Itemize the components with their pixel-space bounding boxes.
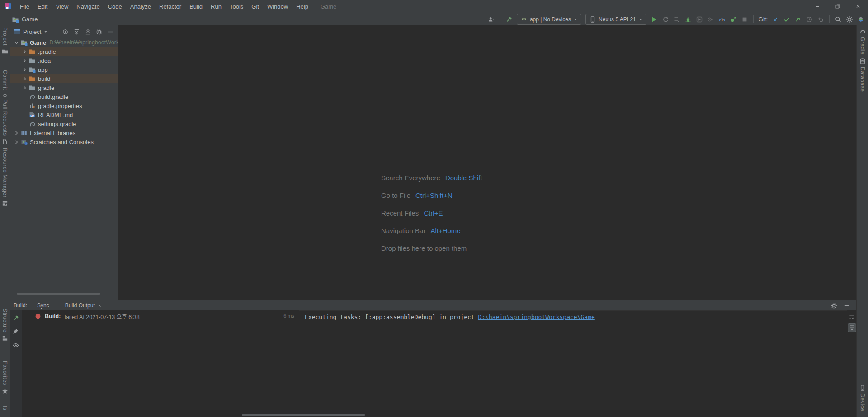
tool-button-structure[interactable]: Structure [2, 309, 9, 342]
tree-row[interactable]: gradle [10, 83, 118, 92]
tree-row[interactable]: .idea [10, 56, 118, 65]
console-path-link[interactable]: D:\haein\springbootWorkspace\Game [478, 314, 595, 320]
scroll-to-end-icon[interactable] [848, 323, 856, 332]
build-panel-label: Build: [14, 302, 27, 309]
tree-chevron-icon[interactable] [13, 39, 20, 46]
profile-app-icon[interactable] [718, 14, 726, 24]
tree-item-label: .idea [38, 57, 51, 64]
tree-chevron-icon[interactable] [13, 130, 20, 136]
tab-build-output[interactable]: Build Output [61, 300, 106, 310]
apply-changes-debug-icon[interactable] [730, 14, 737, 24]
menu-code[interactable]: Code [104, 0, 126, 13]
settings-gear-icon[interactable] [846, 14, 853, 24]
locate-file-icon[interactable] [62, 28, 69, 35]
breadcrumb[interactable]: Game [12, 16, 38, 23]
tool-button-gradle[interactable]: Gradle [859, 28, 866, 55]
git-rollback-icon[interactable] [817, 14, 824, 24]
tool-button-build-variants[interactable]: Build Variants [2, 406, 8, 417]
chevron-down-icon[interactable] [43, 29, 48, 34]
tree-chevron-icon[interactable] [21, 103, 28, 109]
menu-window[interactable]: Window [263, 0, 292, 13]
menu-help[interactable]: Help [292, 0, 312, 13]
tool-button-pull-requests[interactable]: Pull Requests [2, 99, 9, 145]
run-configuration-select[interactable]: app | No Devices [517, 14, 581, 25]
collapse-all-icon[interactable] [85, 28, 91, 35]
project-panel-title[interactable]: Project [23, 28, 41, 35]
git-commit-button[interactable] [783, 14, 790, 24]
tab-sync[interactable]: Sync [33, 300, 61, 310]
tree-row[interactable]: app [10, 65, 118, 74]
menu-build[interactable]: Build [185, 0, 207, 13]
tree-row[interactable]: .gradle [10, 47, 118, 56]
tree-row[interactable]: settings.gradle [10, 119, 118, 128]
maximize-button[interactable] [827, 0, 848, 13]
layers-icon[interactable] [857, 14, 864, 24]
build-status-row[interactable]: Build: failed At 2021-07-13 오후 6:38 [22, 310, 299, 322]
attach-profiler-icon[interactable] [707, 14, 714, 24]
soft-wrap-icon[interactable] [848, 313, 856, 321]
tool-button-project[interactable]: Project [2, 27, 9, 55]
tree-row[interactable]: External Libraries [10, 128, 118, 137]
tree-chevron-icon[interactable] [21, 48, 28, 55]
tree-chevron-icon[interactable] [21, 112, 28, 118]
tree-row[interactable]: Scratches and Consoles [10, 137, 118, 146]
menu-navigate[interactable]: Navigate [72, 0, 104, 13]
tool-button-resource-manager[interactable]: Resource Manager [2, 148, 9, 206]
tool-button-database[interactable]: Database [859, 58, 866, 92]
expand-all-icon[interactable] [73, 28, 80, 35]
tree-chevron-icon[interactable] [21, 84, 28, 91]
menu-tools[interactable]: Tools [226, 0, 247, 13]
window-controls [807, 0, 868, 13]
build-settings-gear-icon[interactable] [830, 302, 837, 309]
stop-button[interactable] [741, 14, 748, 24]
apply-code-changes-icon[interactable] [673, 14, 680, 24]
menu-refactor[interactable]: Refactor [155, 0, 185, 13]
tree-chevron-icon[interactable] [21, 121, 28, 127]
tree-chevron-icon[interactable] [21, 66, 28, 73]
git-history-icon[interactable] [806, 14, 813, 24]
build-left-gutter [10, 310, 22, 417]
tree-row[interactable]: build [10, 74, 118, 83]
tool-button-favorites[interactable]: Favorites [2, 361, 9, 394]
tree-chevron-icon[interactable] [21, 57, 28, 64]
apply-changes-icon[interactable] [662, 14, 669, 24]
project-panel-header: Project [10, 25, 118, 38]
run-button[interactable] [651, 14, 658, 24]
debug-button[interactable] [684, 14, 692, 24]
user-profile-icon[interactable] [488, 14, 495, 24]
tree-chevron-icon[interactable] [13, 139, 20, 145]
menu-view[interactable]: View [52, 0, 72, 13]
menu-run[interactable]: Run [207, 0, 226, 13]
tree-item-label: app [38, 66, 48, 73]
hide-panel-icon[interactable] [107, 28, 114, 35]
menu-file[interactable]: File [16, 0, 33, 13]
tree-row[interactable]: gradle.properties [10, 101, 118, 110]
panel-settings-icon[interactable] [96, 28, 103, 35]
search-everywhere-icon[interactable] [835, 14, 842, 24]
tree-row[interactable]: Game D:₩haein₩springbootWorksp [10, 38, 118, 47]
pin-icon[interactable] [12, 328, 19, 335]
console-horizontal-scrollbar[interactable] [242, 414, 365, 416]
hide-build-panel-icon[interactable] [844, 302, 850, 309]
device-select[interactable]: Nexus 5 API 21 [585, 14, 646, 25]
tree-row[interactable]: MD README.md [10, 110, 118, 119]
close-tab-icon[interactable] [52, 304, 56, 308]
tree-row[interactable]: build.gradle [10, 92, 118, 101]
filter-eye-icon[interactable] [12, 342, 19, 349]
git-update-button[interactable] [772, 14, 779, 24]
menu-git[interactable]: Git [247, 0, 263, 13]
minimize-button[interactable] [807, 0, 827, 13]
tool-button-commit[interactable]: Commit [2, 70, 9, 99]
tool-button-device-file-explorer[interactable]: Device [859, 384, 866, 412]
tree-chevron-icon[interactable] [21, 75, 28, 82]
close-button[interactable] [848, 0, 868, 13]
build-hammer-icon[interactable] [505, 14, 513, 24]
menu-analyze[interactable]: Analyze [126, 0, 155, 13]
rebuild-icon[interactable] [12, 314, 19, 322]
menu-edit[interactable]: Edit [33, 0, 52, 13]
tree-chevron-icon[interactable] [21, 94, 28, 100]
run-with-coverage-icon[interactable] [696, 14, 703, 24]
project-horizontal-scrollbar[interactable] [17, 293, 100, 295]
close-tab-icon[interactable] [98, 304, 102, 308]
git-push-button[interactable] [794, 14, 802, 24]
